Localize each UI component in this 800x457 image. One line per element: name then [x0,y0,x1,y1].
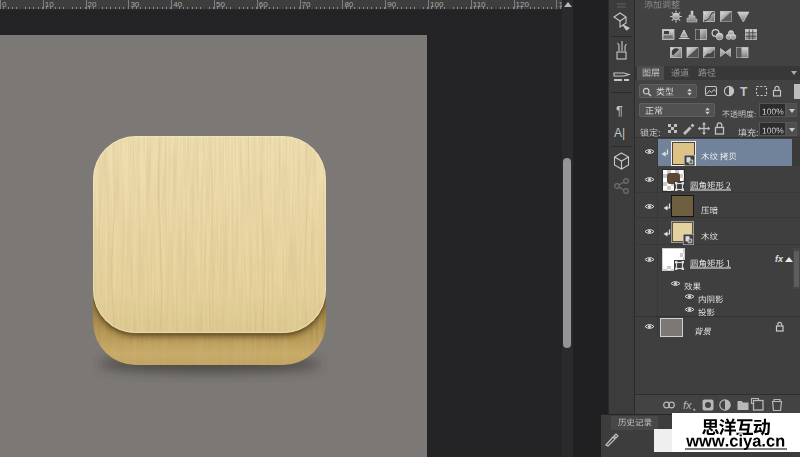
svg-text:fx: fx [683,399,692,411]
svg-text:¶: ¶ [616,103,623,118]
svg-text:A|: A| [614,126,625,140]
svg-text:T: T [740,85,748,99]
